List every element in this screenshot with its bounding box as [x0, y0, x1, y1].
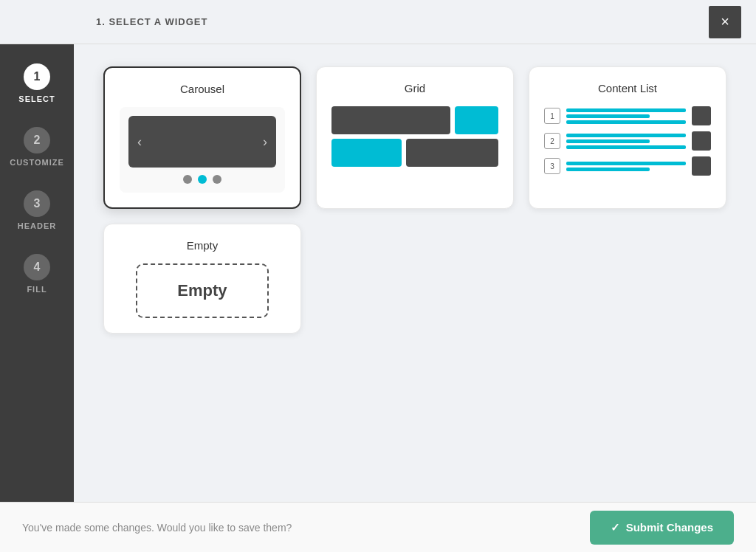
list-line-2a [566, 134, 686, 137]
carousel-widget-title: Carousel [180, 83, 224, 95]
dot-3 [213, 175, 221, 184]
sidebar-item-label-header: HEADER [18, 221, 56, 230]
grid-block-cyan-1 [455, 106, 498, 134]
grid-widget-title: Grid [405, 82, 425, 94]
step-4-circle: 4 [24, 254, 50, 280]
content-list-widget-title: Content List [598, 82, 657, 94]
list-line-1b [566, 114, 650, 118]
grid-widget-card[interactable]: Grid [316, 66, 514, 209]
grid-block-dark-1 [331, 106, 450, 134]
grid-row-2 [331, 139, 498, 167]
empty-widget-title: Empty [187, 239, 219, 252]
footer: You've made some changes. Would you like… [0, 502, 756, 552]
empty-label: Empty [177, 281, 227, 300]
carousel-main-area: ‹ › [128, 116, 276, 168]
list-row-2: 2 [544, 131, 711, 151]
sidebar-item-label-customize: CUSTOMIZE [10, 158, 64, 167]
list-lines-2 [566, 134, 686, 149]
list-line-1c [566, 120, 686, 124]
empty-widget-card[interactable]: Empty Empty [103, 224, 301, 334]
list-row-3: 3 [544, 156, 711, 176]
carousel-preview: ‹ › [120, 107, 285, 193]
list-line-3a [566, 162, 686, 165]
sidebar-item-fill[interactable]: 4 FILL [0, 242, 74, 306]
sidebar-item-label-fill: FILL [27, 285, 47, 294]
list-lines-1 [566, 108, 686, 124]
carousel-right-arrow: › [263, 134, 267, 150]
carousel-widget-card[interactable]: Carousel ‹ › [103, 66, 301, 209]
widget-grid-row2: Empty Empty [103, 224, 726, 334]
list-num-1: 1 [544, 108, 560, 124]
list-thumb-3 [692, 156, 711, 176]
dot-1 [183, 175, 192, 184]
empty-preview: Empty [136, 263, 269, 318]
list-line-2c [566, 145, 686, 149]
submit-changes-button[interactable]: ✓ Submit Changes [590, 511, 734, 545]
list-thumb-2 [692, 131, 711, 151]
grid-block-cyan-2 [331, 139, 402, 167]
submit-button-label: Submit Changes [626, 521, 713, 534]
step-3-circle: 3 [24, 190, 50, 217]
sidebar-item-select[interactable]: 1 SELECT [0, 52, 74, 115]
list-lines-3 [566, 162, 686, 171]
grid-row-1 [331, 106, 498, 134]
list-row-1: 1 [544, 106, 711, 125]
close-button[interactable]: × [709, 6, 741, 38]
list-num-3: 3 [544, 158, 560, 174]
list-thumb-1 [692, 106, 711, 125]
checkmark-icon: ✓ [611, 521, 620, 534]
step-2-circle: 2 [24, 127, 50, 153]
sidebar-item-header[interactable]: 3 HEADER [0, 179, 74, 242]
dot-2 [198, 175, 207, 184]
list-line-2b [566, 139, 650, 143]
sidebar-item-customize[interactable]: 2 CUSTOMIZE [0, 115, 74, 179]
content-area: Carousel ‹ › Grid [74, 44, 756, 502]
sidebar-item-label-select: SELECT [18, 94, 55, 103]
footer-message: You've made some changes. Would you like… [22, 522, 292, 534]
grid-block-dark-2 [406, 139, 498, 167]
dialog-header: 1. SELECT A WIDGET × [0, 0, 756, 44]
main-layout: 1 SELECT 2 CUSTOMIZE 3 HEADER 4 FILL [0, 44, 756, 502]
header-title: 1. SELECT A WIDGET [96, 16, 207, 27]
grid-preview [331, 106, 498, 167]
content-list-widget-card[interactable]: Content List 1 2 [529, 66, 726, 209]
list-num-2: 2 [544, 133, 560, 149]
widget-grid-row1: Carousel ‹ › Grid [103, 66, 726, 209]
carousel-dots [183, 175, 221, 184]
step-1-circle: 1 [24, 63, 50, 90]
list-line-1a [566, 108, 686, 112]
list-line-3b [566, 168, 650, 171]
sidebar: 1 SELECT 2 CUSTOMIZE 3 HEADER 4 FILL [0, 44, 74, 502]
list-preview: 1 2 [544, 106, 711, 176]
carousel-left-arrow: ‹ [137, 134, 142, 150]
